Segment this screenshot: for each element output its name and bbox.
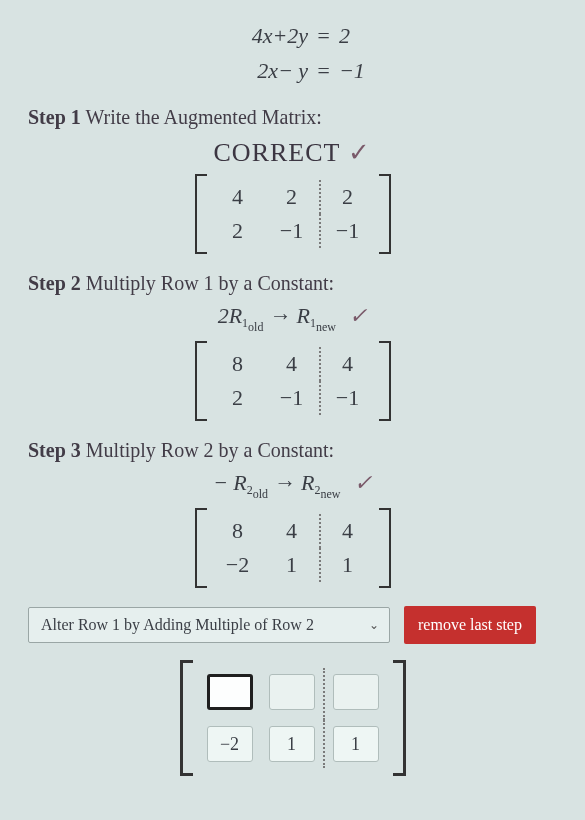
dropdown-selected-label: Alter Row 1 by Adding Multiple of Row 2 xyxy=(41,616,314,633)
eq1-rhs: 2 xyxy=(339,18,369,53)
input-matrix: −2 1 1 xyxy=(180,660,406,776)
eq2-lhs: 2x− y xyxy=(216,53,308,88)
matrix-input-r2c2[interactable]: 1 xyxy=(269,726,315,762)
check-icon: ✓ xyxy=(349,303,367,328)
matrix-input-r1c1[interactable] xyxy=(207,674,253,710)
step3-operation: − R2old → R2new ✓ xyxy=(28,470,557,502)
step1-correct: CORRECT✓ xyxy=(28,137,557,168)
eq-sign: = xyxy=(314,53,334,88)
check-icon: ✓ xyxy=(354,470,372,495)
eq-sign: = xyxy=(314,18,334,53)
step1-matrix: 422 2−1−1 xyxy=(195,174,391,254)
check-icon: ✓ xyxy=(348,138,371,167)
step1-title: Step 1 Write the Augmented Matrix: xyxy=(28,106,557,129)
step3-matrix: 844 −211 xyxy=(195,508,391,588)
matrix-input-r2c3[interactable]: 1 xyxy=(333,726,379,762)
step-type-dropdown[interactable]: Alter Row 1 by Adding Multiple of Row 2 … xyxy=(28,607,390,643)
step2-title: Step 2 Multiply Row 1 by a Constant: xyxy=(28,272,557,295)
step2-matrix: 844 2−1−1 xyxy=(195,341,391,421)
matrix-input-r1c3[interactable] xyxy=(333,674,379,710)
eq2-rhs: −1 xyxy=(339,53,369,88)
matrix-input-r1c2[interactable] xyxy=(269,674,315,710)
eq1-lhs: 4x+2y xyxy=(216,18,308,53)
step2-operation: 2R1old → R1new ✓ xyxy=(28,303,557,335)
equation-system: 4x+2y = 2 2x− y = −1 xyxy=(28,18,557,88)
remove-last-step-button[interactable]: remove last step xyxy=(404,606,536,644)
step3-title: Step 3 Multiply Row 2 by a Constant: xyxy=(28,439,557,462)
matrix-input-r2c1[interactable]: −2 xyxy=(207,726,253,762)
chevron-down-icon: ⌄ xyxy=(369,618,379,633)
